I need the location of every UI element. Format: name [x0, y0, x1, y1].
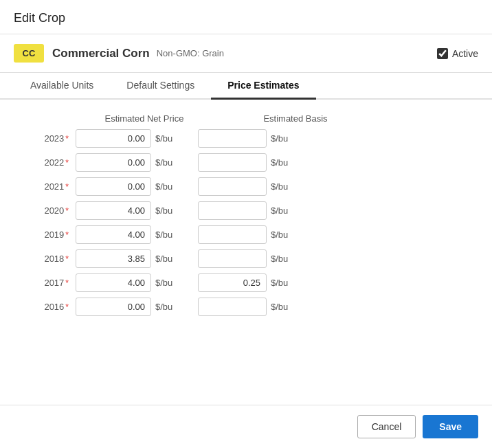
year-label-2021: 2021 *: [27, 181, 76, 192]
basis-unit-2018: $/bu: [271, 254, 293, 264]
basis-group-2019: $/bu: [198, 225, 293, 244]
tab-bar: Available Units Default Settings Price E…: [0, 73, 492, 100]
net-price-unit-2018: $/bu: [155, 254, 177, 264]
required-star: *: [65, 278, 69, 288]
basis-unit-2023: $/bu: [271, 133, 293, 144]
net-price-input-2020[interactable]: [76, 201, 151, 220]
header-net-price: Estimated Net Price: [82, 113, 206, 124]
basis-group-2020: $/bu: [198, 201, 293, 220]
tab-price-estimates[interactable]: Price Estimates: [211, 73, 315, 100]
crop-subtitle: Non-GMO: Grain: [157, 48, 224, 58]
year-label-2017: 2017 *: [27, 278, 76, 288]
modal-header: Edit Crop: [0, 0, 492, 34]
required-star: *: [65, 254, 69, 264]
cancel-button[interactable]: Cancel: [357, 415, 416, 438]
year-label-2023: 2023 *: [27, 133, 76, 144]
price-row-2022: 2022 * $/bu $/bu: [27, 153, 465, 172]
basis-unit-2020: $/bu: [271, 205, 293, 216]
price-row-2023: 2023 * $/bu $/bu: [27, 129, 465, 148]
net-price-input-2016[interactable]: [76, 298, 151, 316]
basis-group-2022: $/bu: [198, 153, 293, 172]
tab-default-settings[interactable]: Default Settings: [110, 73, 211, 100]
year-label-2022: 2022 *: [27, 157, 76, 168]
net-price-group-2016: $/bu: [76, 298, 177, 316]
net-price-input-2021[interactable]: [76, 177, 151, 196]
year-label-2016: 2016 *: [27, 302, 76, 312]
net-price-group-2019: $/bu: [76, 225, 177, 244]
active-checkbox[interactable]: [437, 48, 448, 59]
price-row-2017: 2017 * $/bu $/bu: [27, 273, 465, 292]
year-label-2020: 2020 *: [27, 205, 76, 216]
edit-crop-modal: Edit Crop CC Commercial Corn Non-GMO: Gr…: [0, 0, 492, 448]
basis-unit-2019: $/bu: [271, 229, 293, 240]
net-price-unit-2019: $/bu: [155, 229, 177, 240]
net-price-input-2023[interactable]: [76, 129, 151, 148]
net-price-unit-2016: $/bu: [155, 302, 177, 312]
basis-input-2022[interactable]: [198, 153, 267, 172]
basis-input-2016[interactable]: [198, 298, 267, 316]
net-price-input-2019[interactable]: [76, 225, 151, 244]
basis-input-2017[interactable]: [198, 273, 267, 292]
net-price-group-2021: $/bu: [76, 177, 177, 196]
net-price-unit-2017: $/bu: [155, 278, 177, 288]
crop-info-bar: CC Commercial Corn Non-GMO: Grain Active: [0, 34, 492, 73]
basis-unit-2016: $/bu: [271, 302, 293, 312]
price-row-2016: 2016 * $/bu $/bu: [27, 298, 465, 316]
price-estimates-table: Estimated Net Price Estimated Basis 2023…: [27, 113, 465, 316]
required-star: *: [65, 182, 69, 192]
active-checkbox-label[interactable]: Active: [437, 48, 478, 59]
basis-group-2018: $/bu: [198, 249, 293, 268]
tab-content: Estimated Net Price Estimated Basis 2023…: [0, 100, 492, 405]
net-price-group-2023: $/bu: [76, 129, 177, 148]
basis-input-2018[interactable]: [198, 249, 267, 268]
price-row-2020: 2020 * $/bu $/bu: [27, 201, 465, 220]
tab-available-units[interactable]: Available Units: [14, 73, 110, 100]
net-price-unit-2023: $/bu: [155, 133, 177, 144]
basis-unit-2017: $/bu: [271, 278, 293, 288]
net-price-input-2017[interactable]: [76, 273, 151, 292]
save-button[interactable]: Save: [423, 415, 478, 438]
basis-group-2016: $/bu: [198, 298, 293, 316]
crop-name: Commercial Corn: [52, 47, 150, 60]
net-price-group-2022: $/bu: [76, 153, 177, 172]
modal-footer: Cancel Save: [0, 405, 492, 448]
year-label-2019: 2019 *: [27, 229, 76, 240]
basis-input-2019[interactable]: [198, 225, 267, 244]
basis-group-2023: $/bu: [198, 129, 293, 148]
required-star: *: [65, 134, 69, 144]
net-price-unit-2022: $/bu: [155, 157, 177, 168]
basis-group-2017: $/bu: [198, 273, 293, 292]
net-price-group-2020: $/bu: [76, 201, 177, 220]
net-price-input-2022[interactable]: [76, 153, 151, 172]
crop-badge: CC: [14, 44, 44, 63]
basis-input-2021[interactable]: [198, 177, 267, 196]
modal-title: Edit Crop: [14, 11, 478, 25]
required-star: *: [65, 206, 69, 216]
basis-input-2020[interactable]: [198, 201, 267, 220]
net-price-unit-2020: $/bu: [155, 205, 177, 216]
basis-group-2021: $/bu: [198, 177, 293, 196]
year-label-2018: 2018 *: [27, 254, 76, 264]
required-star: *: [65, 230, 69, 240]
active-label: Active: [452, 48, 478, 59]
price-row-2018: 2018 * $/bu $/bu: [27, 249, 465, 268]
price-row-2021: 2021 * $/bu $/bu: [27, 177, 465, 196]
basis-input-2023[interactable]: [198, 129, 267, 148]
net-price-unit-2021: $/bu: [155, 181, 177, 192]
required-star: *: [65, 158, 69, 168]
basis-unit-2021: $/bu: [271, 181, 293, 192]
basis-unit-2022: $/bu: [271, 157, 293, 168]
net-price-input-2018[interactable]: [76, 249, 151, 268]
price-row-2019: 2019 * $/bu $/bu: [27, 225, 465, 244]
net-price-group-2017: $/bu: [76, 273, 177, 292]
net-price-group-2018: $/bu: [76, 249, 177, 268]
column-headers: Estimated Net Price Estimated Basis: [27, 113, 465, 124]
header-basis: Estimated Basis: [247, 113, 344, 124]
required-star: *: [65, 302, 69, 312]
